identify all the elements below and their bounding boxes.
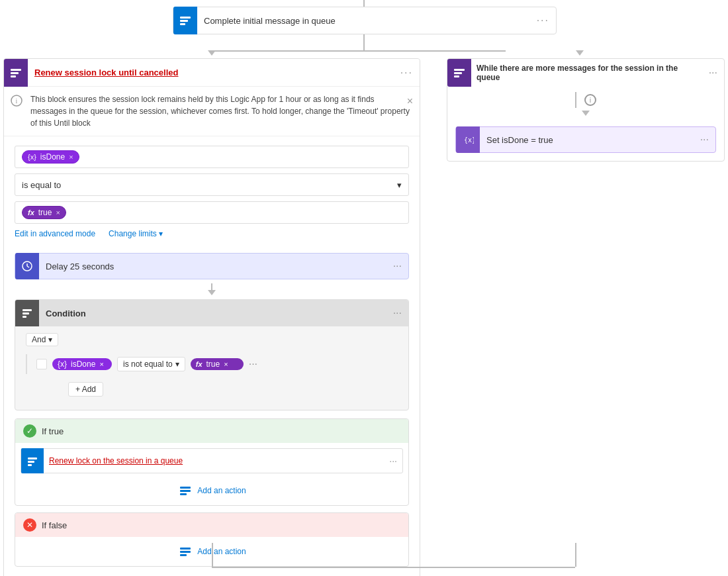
svg-rect-27 — [454, 72, 462, 74]
delay-arrow — [208, 290, 216, 295]
condition-pills-row: {x} isDone × is not equal to ▾ fx true ×… — [15, 349, 408, 379]
add-action-svg — [178, 483, 193, 498]
while-info-row: i — [447, 87, 724, 111]
cond-left-border — [26, 354, 27, 374]
svg-rect-2 — [180, 23, 185, 25]
links-row: Edit in advanced mode Change limits ▾ — [15, 229, 409, 238]
edit-advanced-link[interactable]: Edit in advanced mode — [15, 229, 95, 238]
until-body: {x} isDone × is equal to ▾ fx true × — [4, 136, 420, 248]
svg-rect-19 — [180, 493, 187, 495]
svg-rect-1 — [180, 20, 188, 22]
svg-rect-17 — [180, 487, 191, 489]
add-row: + Add — [15, 379, 408, 410]
svg-rect-13 — [23, 316, 26, 318]
while-connector — [575, 92, 576, 108]
while-header: While there are more messages for the se… — [447, 59, 724, 87]
while-block: While there are more messages for the se… — [447, 58, 725, 162]
if-true-header: ✓ If true — [15, 419, 408, 443]
conn-split-h-right — [363, 50, 506, 52]
until-menu[interactable]: ··· — [394, 67, 420, 79]
delay-label: Delay 25 seconds — [39, 262, 387, 271]
add-condition-btn[interactable]: + Add — [68, 382, 103, 397]
while-menu[interactable]: ··· — [702, 67, 724, 79]
conn-split-v — [363, 34, 365, 50]
renew-action-row: Renew lock on the session in a queue ··· — [21, 448, 403, 473]
info-text: This block ensures the session lock rema… — [30, 95, 410, 128]
cond-fx-remove[interactable]: × — [224, 360, 228, 368]
renew-action-menu[interactable]: ··· — [384, 456, 402, 466]
svg-rect-22 — [180, 554, 187, 556]
complete-icon — [173, 7, 197, 34]
info-circle[interactable]: i — [584, 94, 596, 106]
delay-arrow-wrap — [4, 283, 420, 294]
set-var-icon: {x} — [462, 134, 474, 146]
svg-rect-12 — [23, 312, 29, 314]
svg-text:{x}: {x} — [464, 136, 474, 144]
condition-wrapper: Condition ··· And ▾ {x} isDone — [15, 299, 409, 410]
bottom-right-connector-v — [575, 543, 576, 567]
while-arrow-wrap — [447, 111, 724, 116]
add-action-svg-2 — [178, 544, 193, 559]
svg-rect-16 — [28, 464, 32, 466]
set-icon: {x} — [456, 126, 480, 153]
info-banner-icon: i — [11, 95, 24, 108]
while-header-icon — [447, 59, 471, 87]
set-menu[interactable]: ··· — [694, 134, 715, 146]
svg-text:i: i — [16, 97, 18, 105]
svg-rect-26 — [454, 69, 465, 71]
delay-icon — [15, 253, 39, 279]
if-true-add-action[interactable]: Add an action — [15, 476, 408, 505]
svg-line-10 — [27, 266, 29, 267]
bottom-left-connector-v — [212, 543, 213, 567]
if-true-add-label: Add an action — [197, 486, 246, 495]
fx-pill: fx true × — [22, 206, 66, 219]
complete-menu[interactable]: ··· — [530, 9, 556, 32]
condition-menu[interactable]: ··· — [387, 307, 408, 319]
arrow-right-branch — [576, 50, 584, 56]
cond-var-pill: {x} isDone × — [52, 358, 112, 370]
info-close[interactable]: × — [407, 93, 413, 109]
var-row: {x} isDone × — [15, 146, 409, 168]
renew-action-icon — [21, 448, 44, 473]
while-arrow — [582, 111, 590, 116]
renew-icon — [26, 455, 38, 467]
add-action-icon — [177, 483, 193, 499]
change-limits-link[interactable]: Change limits ▾ — [109, 229, 163, 238]
delay-block: Delay 25 seconds ··· — [15, 253, 409, 279]
x-icon: ✕ — [23, 518, 36, 532]
svg-rect-28 — [454, 75, 459, 77]
svg-rect-20 — [180, 548, 191, 550]
check-icon: ✓ — [23, 424, 36, 438]
while-icon — [453, 66, 466, 79]
if-false-add-label-1: Add an action — [197, 547, 246, 556]
fx-remove[interactable]: × — [56, 209, 60, 216]
svg-rect-5 — [11, 75, 16, 77]
svg-rect-21 — [180, 551, 191, 553]
bottom-connector-h — [212, 567, 575, 568]
cond-var-remove[interactable]: × — [99, 360, 103, 368]
cond-extra-menu[interactable]: ··· — [249, 358, 257, 370]
svg-rect-15 — [28, 461, 34, 463]
cond-checkbox[interactable] — [36, 359, 47, 369]
svg-rect-18 — [180, 490, 191, 492]
until-label: Renew session lock until cancelled — [28, 68, 394, 77]
svg-rect-3 — [11, 69, 21, 71]
delay-menu[interactable]: ··· — [387, 260, 408, 272]
complete-block: Complete initial message in queue ··· — [173, 7, 557, 34]
cond-notequal-select[interactable]: is not equal to ▾ — [117, 357, 185, 371]
until-container: Renew session lock until cancelled ··· i… — [3, 58, 420, 576]
until-header-icon — [4, 59, 28, 87]
and-select[interactable]: And ▾ — [26, 333, 58, 346]
condition-icon — [15, 300, 39, 326]
var-remove[interactable]: × — [69, 153, 73, 161]
condition-block: Condition ··· And ▾ {x} isDone — [15, 299, 409, 410]
arrow-left-branch — [208, 50, 216, 56]
condition-header: Condition ··· — [15, 300, 408, 326]
add-action-icon-2 — [177, 544, 193, 559]
delay-wrapper: Delay 25 seconds ··· — [15, 253, 409, 279]
while-body: {x} Set isDone = true ··· — [447, 119, 724, 161]
cond-fx-pill: fx true × — [191, 358, 244, 370]
equal-select[interactable]: is equal to ▾ — [15, 173, 409, 196]
set-block: {x} Set isDone = true ··· — [455, 126, 716, 153]
svg-rect-11 — [23, 309, 32, 311]
